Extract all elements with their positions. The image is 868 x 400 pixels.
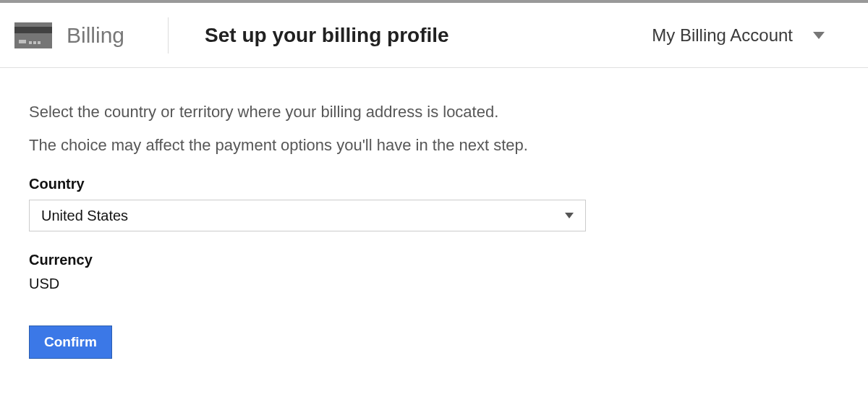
svg-rect-2 bbox=[19, 40, 26, 43]
dropdown-triangle-icon bbox=[565, 213, 574, 218]
account-name: My Billing Account bbox=[652, 25, 793, 46]
currency-label: Currency bbox=[29, 252, 839, 268]
svg-rect-1 bbox=[14, 27, 52, 33]
page-header: Billing Set up your billing profile My B… bbox=[0, 3, 868, 68]
account-selector[interactable]: My Billing Account bbox=[652, 25, 854, 46]
country-label: Country bbox=[29, 176, 839, 192]
billing-section: Billing bbox=[14, 22, 168, 48]
svg-rect-3 bbox=[29, 41, 32, 44]
instruction-line-2: The choice may affect the payment option… bbox=[29, 135, 839, 156]
confirm-button[interactable]: Confirm bbox=[29, 325, 112, 359]
svg-rect-5 bbox=[38, 41, 41, 44]
currency-value: USD bbox=[29, 276, 839, 292]
dropdown-triangle-icon bbox=[813, 32, 825, 39]
svg-rect-4 bbox=[33, 41, 36, 44]
billing-label: Billing bbox=[67, 23, 124, 48]
instruction-line-1: Select the country or territory where yo… bbox=[29, 101, 839, 123]
page-title: Set up your billing profile bbox=[205, 24, 449, 47]
form-content: Select the country or territory where yo… bbox=[0, 68, 868, 373]
credit-card-icon bbox=[14, 22, 52, 48]
svg-rect-0 bbox=[14, 22, 52, 48]
vertical-divider bbox=[168, 17, 169, 54]
country-value: United States bbox=[41, 208, 128, 224]
country-select[interactable]: United States bbox=[29, 200, 586, 231]
